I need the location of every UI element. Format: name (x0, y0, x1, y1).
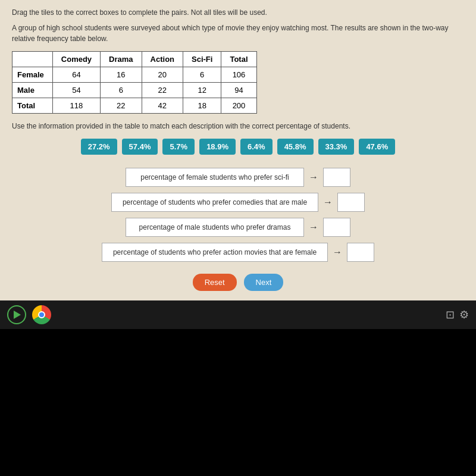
female-scifi: 6 (183, 67, 221, 83)
arrow-0: → (309, 172, 318, 183)
next-button[interactable]: Next (244, 274, 284, 291)
play-button-icon[interactable] (7, 305, 26, 324)
tile-0[interactable]: 27.2% (81, 139, 117, 155)
answer-box-0[interactable] (323, 168, 350, 187)
instruction-text: Drag the tiles to the correct boxes to c… (12, 8, 464, 17)
header-empty (12, 52, 53, 67)
tile-6[interactable]: 33.3% (318, 139, 355, 155)
match-row-2: percentage of male students who prefer d… (126, 218, 350, 237)
use-info-text: Use the information provided in the tabl… (12, 122, 464, 130)
match-row-1: percentage of students who prefer comedi… (111, 193, 365, 212)
male-scifi: 12 (183, 83, 221, 98)
chrome-icon[interactable] (32, 305, 51, 324)
total-comedy: 118 (52, 98, 100, 114)
total-total: 200 (221, 98, 256, 114)
match-label-2: percentage of male students who prefer d… (126, 218, 304, 237)
tile-2[interactable]: 5.7% (162, 139, 195, 155)
tile-1[interactable]: 57.4% (122, 139, 158, 155)
taskbar-right-area: ⊡ ⚙ (446, 308, 469, 321)
buttons-row: Reset Next (12, 274, 464, 291)
row-label-total: Total (12, 98, 53, 114)
arrow-1: → (323, 197, 333, 208)
match-row-3: percentage of students who prefer action… (102, 243, 374, 262)
header-comedy: Comedy (52, 52, 100, 67)
black-area (0, 329, 476, 476)
arrow-3: → (333, 247, 342, 258)
tile-5[interactable]: 45.8% (277, 139, 314, 155)
frequency-table: Comedy Drama Action Sci-Fi Total Female … (12, 51, 257, 114)
tile-4[interactable]: 6.4% (240, 139, 273, 155)
match-label-0: percentage of female students who prefer… (126, 168, 304, 187)
female-total: 106 (221, 67, 256, 83)
match-row-0: percentage of female students who prefer… (126, 168, 350, 187)
total-action: 42 (142, 98, 183, 114)
match-label-1: percentage of students who prefer comedi… (111, 193, 318, 212)
male-drama: 6 (101, 83, 142, 98)
chrome-inner-circle (38, 311, 45, 318)
description-text: A group of high school students were sur… (12, 23, 464, 44)
header-scifi: Sci-Fi (183, 52, 221, 67)
male-total: 94 (221, 83, 256, 98)
match-container: percentage of female students who prefer… (12, 168, 464, 262)
tiles-container: 27.2%57.4%5.7%18.9%6.4%45.8%33.3%47.6% (12, 139, 464, 155)
answer-box-1[interactable] (337, 193, 365, 212)
row-label-female: Female (12, 67, 53, 83)
table-row-female: Female 64 16 20 6 106 (12, 67, 257, 83)
arrow-2: → (309, 222, 318, 233)
play-triangle (14, 311, 21, 319)
table-row-total: Total 118 22 42 18 200 (12, 98, 257, 114)
settings-icon[interactable]: ⚙ (459, 308, 469, 321)
answer-box-3[interactable] (347, 243, 374, 262)
main-content: Drag the tiles to the correct boxes to c… (0, 0, 476, 300)
female-action: 20 (142, 67, 183, 83)
total-scifi: 18 (183, 98, 221, 114)
tile-3[interactable]: 18.9% (199, 139, 236, 155)
reset-button[interactable]: Reset (193, 274, 237, 291)
row-label-male: Male (12, 83, 53, 98)
tile-7[interactable]: 47.6% (359, 139, 395, 155)
taskbar: ⊡ ⚙ (0, 300, 476, 329)
total-drama: 22 (101, 98, 142, 114)
screen-icon[interactable]: ⊡ (446, 308, 455, 321)
answer-box-2[interactable] (323, 218, 350, 237)
male-comedy: 54 (52, 83, 100, 98)
female-drama: 16 (101, 67, 142, 83)
match-label-3: percentage of students who prefer action… (102, 243, 328, 262)
male-action: 22 (142, 83, 183, 98)
female-comedy: 64 (52, 67, 100, 83)
header-drama: Drama (101, 52, 142, 67)
table-row-male: Male 54 6 22 12 94 (12, 83, 257, 98)
header-action: Action (142, 52, 183, 67)
header-total: Total (221, 52, 256, 67)
